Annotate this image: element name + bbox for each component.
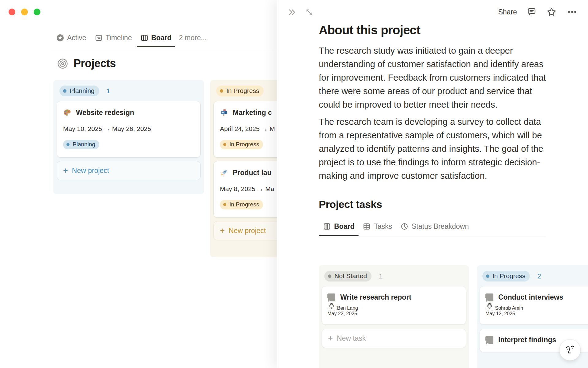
- task-card-conduct-interviews[interactable]: Conduct interviews Sohrab Amin May 12, 2…: [480, 286, 588, 324]
- tab-board-view[interactable]: Board: [136, 31, 176, 44]
- about-paragraph: The research team is developing a survey…: [319, 115, 549, 182]
- palette-icon: [63, 109, 71, 117]
- project-title: Marketing c: [233, 109, 272, 117]
- table-icon: [363, 223, 371, 230]
- column-count: 1: [379, 272, 383, 280]
- status-dot: [328, 274, 331, 278]
- column-count: 1: [107, 87, 110, 95]
- project-tasks-heading: Project tasks: [319, 198, 549, 210]
- status-badge-in-progress[interactable]: In Progress: [482, 271, 530, 282]
- status-dot: [223, 143, 226, 146]
- task-date: May 12, 2025: [485, 311, 588, 316]
- more-views-button[interactable]: 2 more...: [176, 31, 210, 44]
- tab-label: Board: [151, 34, 172, 42]
- status-dot: [486, 274, 489, 278]
- column-header[interactable]: Planning 1: [57, 84, 200, 96]
- assignee-row: Sohrab Amin: [485, 301, 588, 311]
- task-card-write-research-report[interactable]: Write research report Ben Lang May 22, 2…: [322, 286, 466, 324]
- status-dot: [220, 89, 223, 93]
- about-paragraph: The research study was initiated to gain…: [319, 44, 549, 111]
- tab-board[interactable]: Board: [319, 220, 359, 233]
- expand-diagonal-icon[interactable]: [305, 8, 314, 17]
- pie-chart-icon: [401, 223, 408, 230]
- board-columns-icon: [323, 223, 331, 230]
- column-not-started: Not Started 1 Write research report Ben …: [319, 265, 469, 368]
- ai-assistant-button[interactable]: [560, 339, 580, 360]
- tab-active-view[interactable]: Active: [52, 31, 91, 44]
- minimize-window-button[interactable]: [21, 9, 28, 15]
- board-columns-icon: [141, 34, 148, 42]
- window-controls: [9, 9, 40, 15]
- note-icon: [485, 293, 493, 301]
- avatar-sohrab-amin: [485, 305, 495, 311]
- page-title-text: Projects: [74, 57, 116, 70]
- target-icon: [57, 58, 68, 69]
- task-title: Conduct interviews: [498, 293, 563, 301]
- column-header[interactable]: In Progress 2: [480, 270, 588, 282]
- tab-timeline-view[interactable]: Timeline: [91, 31, 136, 44]
- tabs-divider: [319, 236, 546, 236]
- star-circle-icon: [56, 34, 64, 42]
- column-count: 2: [537, 272, 541, 280]
- note-icon: [485, 336, 493, 344]
- status-badge-planning: Planning: [63, 140, 99, 149]
- new-task-button[interactable]: + New task: [322, 329, 466, 348]
- task-title: Interpret findings: [498, 336, 556, 344]
- plus-icon: +: [328, 334, 333, 343]
- assignee-row: Ben Lang: [327, 301, 460, 311]
- task-date: May 22, 2025: [327, 311, 460, 316]
- ellipsis-icon[interactable]: [567, 7, 578, 17]
- rocket-icon: [220, 169, 228, 177]
- about-heading: About this project: [319, 23, 549, 37]
- plus-icon: +: [220, 227, 225, 235]
- mailbox-icon: [220, 109, 228, 117]
- tab-tasks[interactable]: Tasks: [359, 220, 396, 233]
- status-badge-not-started[interactable]: Not Started: [324, 271, 371, 282]
- status-dot: [223, 203, 226, 206]
- project-dates: May 10, 2025 → May 26, 2025: [63, 125, 194, 132]
- status-badge-planning[interactable]: Planning: [59, 86, 99, 96]
- tab-status-breakdown[interactable]: Status Breakdown: [396, 220, 473, 233]
- status-dot: [66, 143, 70, 146]
- tab-label: Active: [67, 34, 86, 42]
- project-title: Product lau: [233, 169, 272, 177]
- panel-toolbar-left: [287, 7, 314, 17]
- panel-content: About this project The research study wa…: [319, 0, 549, 233]
- project-title: Website redesign: [76, 109, 134, 117]
- tasks-view-tabs: Board Tasks Status Breakdown: [319, 220, 546, 233]
- timeline-icon: [95, 34, 103, 42]
- avatar-ben-lang: [327, 305, 337, 311]
- task-title: Write research report: [340, 293, 411, 301]
- assignee-name: Sohrab Amin: [495, 305, 523, 311]
- plus-icon: +: [63, 167, 68, 175]
- page-title: Projects: [57, 57, 116, 70]
- notion-ai-face-icon: [564, 344, 576, 356]
- tasks-board: Not Started 1 Write research report Ben …: [319, 265, 588, 368]
- assignee-name: Ben Lang: [337, 305, 358, 311]
- close-window-button[interactable]: [9, 9, 15, 15]
- status-badge-in-progress: In Progress: [220, 140, 263, 149]
- view-tabs: Active Timeline Board 2 more...: [52, 31, 210, 44]
- status-badge-in-progress[interactable]: In Progress: [216, 86, 264, 96]
- column-header[interactable]: Not Started 1: [322, 270, 466, 282]
- note-icon: [327, 293, 335, 301]
- status-badge-in-progress: In Progress: [220, 200, 263, 209]
- column-planning: Planning 1 Website redesign May 10, 2025…: [53, 80, 204, 194]
- tabs-divider: [51, 50, 277, 50]
- tab-label: Timeline: [106, 34, 132, 42]
- chevron-double-right-icon[interactable]: [287, 7, 297, 17]
- project-card-website-redesign[interactable]: Website redesign May 10, 2025 → May 26, …: [57, 101, 200, 157]
- new-project-button[interactable]: + New project: [57, 161, 200, 180]
- zoom-window-button[interactable]: [34, 9, 40, 15]
- status-dot: [63, 89, 66, 93]
